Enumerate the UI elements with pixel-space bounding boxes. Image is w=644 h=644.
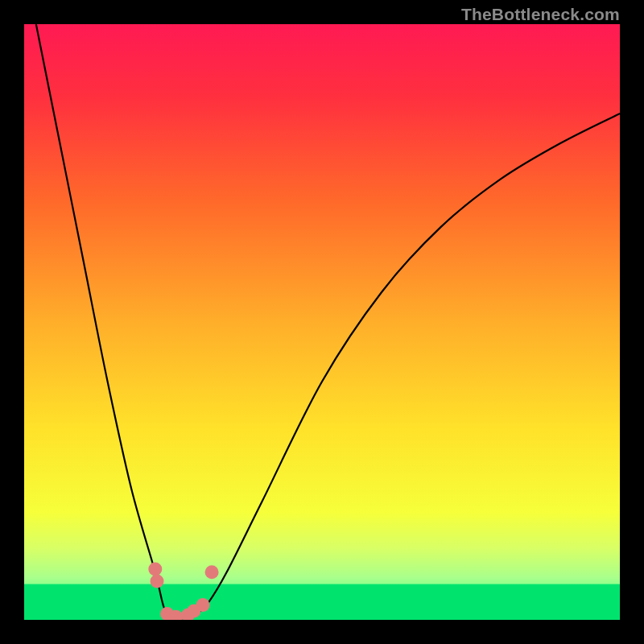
curve-marker	[196, 598, 210, 612]
curve-marker	[148, 563, 162, 576]
curve-layer	[24, 24, 620, 620]
chart-frame: TheBottleneck.com	[0, 0, 644, 644]
bottleneck-curve	[36, 24, 620, 620]
plot-area	[24, 24, 620, 620]
curve-marker	[151, 574, 164, 588]
curve-marker	[205, 565, 219, 579]
watermark-label: TheBottleneck.com	[461, 5, 620, 24]
curve-markers	[148, 563, 218, 620]
